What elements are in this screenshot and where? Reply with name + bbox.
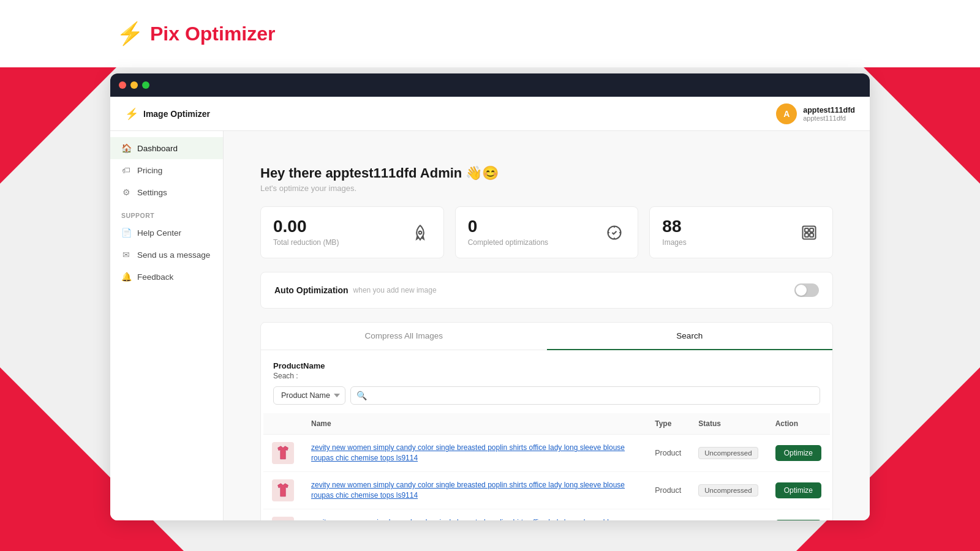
search-row: Product Name 🔍 xyxy=(273,386,820,405)
user-name-block: apptest111dfd apptest111dfd xyxy=(803,106,855,122)
auto-optimization-card: Auto Optimization when you add new image xyxy=(260,272,833,309)
stats-row: 0.00 Total reduction (MB) xyxy=(260,206,833,258)
sidebar: 🏠 Dashboard 🏷 Pricing ⚙ Settings SUPPORT… xyxy=(110,131,224,520)
search-sublabel: Seach : xyxy=(273,372,820,380)
table-body: zevity new women simply candy color sing… xyxy=(263,435,830,521)
stat-card-images: 88 Images xyxy=(649,206,833,258)
product-image-2 xyxy=(272,517,294,520)
tabs-header: Compress All Images Search xyxy=(261,323,832,350)
cell-image-1 xyxy=(263,472,303,509)
sidebar-item-help-label: Help Center xyxy=(137,228,181,238)
header-sidebar-logo: ⚡ Image Optimizer xyxy=(125,97,238,131)
optimize-button-1[interactable]: Optimize xyxy=(775,482,821,498)
main-content: Hey there apptest111dfd Admin 👋😊 Let's o… xyxy=(224,131,870,520)
cell-action-0: Optimize xyxy=(767,435,830,472)
optimize-button-0[interactable]: Optimize xyxy=(775,445,821,461)
content-area: Hey there apptest111dfd Admin 👋😊 Let's o… xyxy=(243,148,850,520)
cell-status-2: Uncompressed xyxy=(690,509,766,521)
sidebar-item-feedback[interactable]: 🔔 Feedback xyxy=(110,266,223,288)
sidebar-item-send-label: Send us a message xyxy=(137,250,210,260)
cell-image-0 xyxy=(263,435,303,472)
sidebar-item-settings[interactable]: ⚙ Settings xyxy=(110,181,223,203)
minimize-dot[interactable] xyxy=(130,81,138,89)
stat-label-images: Images xyxy=(662,238,686,247)
cell-action-2: Optimize xyxy=(767,509,830,521)
user-display-name: apptest111dfd xyxy=(803,106,855,114)
cell-type-1: Product xyxy=(646,472,690,509)
product-image-0 xyxy=(272,442,294,464)
sidebar-item-pricing[interactable]: 🏷 Pricing xyxy=(110,159,223,181)
auto-opt-sublabel: when you add new image xyxy=(353,286,437,294)
search-product-name-label: ProductName xyxy=(273,361,820,370)
close-dot[interactable] xyxy=(119,81,126,89)
product-link-1[interactable]: zevity new women simply candy color sing… xyxy=(311,480,638,501)
col-status: Status xyxy=(690,413,766,435)
product-link-2[interactable]: zevity new women simply candy color sing… xyxy=(311,517,638,520)
greeting-subtitle: Let's optimize your images. xyxy=(260,184,833,193)
name-cell-2: zevity new women simply candy color sing… xyxy=(311,517,638,520)
cell-image-2 xyxy=(263,509,303,521)
tab-compress-all[interactable]: Compress All Images xyxy=(261,323,547,350)
cell-type-2: Product xyxy=(646,509,690,521)
optimize-button-2[interactable]: Optimize xyxy=(775,520,821,520)
col-name: Name xyxy=(303,413,646,435)
data-table: Name Type Status Action zevit xyxy=(263,413,830,520)
sidebar-item-dashboard[interactable]: 🏠 Dashboard xyxy=(110,137,223,159)
stat-card-reduction: 0.00 Total reduction (MB) xyxy=(260,206,444,258)
product-link-0[interactable]: zevity new women simply candy color sing… xyxy=(311,443,638,463)
type-text-1: Product xyxy=(655,486,681,495)
status-badge-0: Uncompressed xyxy=(698,447,758,459)
maximize-dot[interactable] xyxy=(142,81,149,89)
search-icon: 🔍 xyxy=(356,391,367,400)
auto-opt-label: Auto Optimization xyxy=(274,285,349,295)
stat-info-images: 88 Images xyxy=(662,218,686,247)
sidebar-item-send-message[interactable]: ✉ Send us a message xyxy=(110,244,223,266)
type-text-0: Product xyxy=(655,449,681,457)
sidebar-item-help-center[interactable]: 📄 Help Center xyxy=(110,222,223,244)
svg-rect-6 xyxy=(810,233,813,237)
sidebar-item-dashboard-label: Dashboard xyxy=(137,144,178,153)
stat-value-completed: 0 xyxy=(468,218,548,235)
search-input[interactable] xyxy=(350,386,820,405)
help-center-icon: 📄 xyxy=(121,228,131,238)
sidebar-item-settings-label: Settings xyxy=(137,188,167,197)
brand-lightning-icon: ⚡ xyxy=(116,21,144,47)
app-window: ⚡ Image Optimizer A apptest111dfd apptes… xyxy=(110,73,870,520)
col-image xyxy=(263,413,303,435)
brand-name: Pix Optimizer xyxy=(150,23,276,45)
optimize-check-icon xyxy=(603,222,625,244)
sidebar-item-feedback-label: Feedback xyxy=(137,272,173,282)
auto-opt-toggle[interactable] xyxy=(794,283,819,297)
col-action: Action xyxy=(767,413,830,435)
support-section-label: SUPPORT xyxy=(110,203,223,222)
table-row: zevity new women simply candy color sing… xyxy=(263,435,830,472)
table-row: zevity new women simply candy color sing… xyxy=(263,472,830,509)
images-icon xyxy=(798,222,820,244)
svg-rect-4 xyxy=(810,228,813,232)
name-cell-1: zevity new women simply candy color sing… xyxy=(311,480,638,501)
greeting-title: Hey there apptest111dfd Admin 👋😊 xyxy=(260,165,833,181)
header-logo-icon: ⚡ xyxy=(125,107,138,121)
cell-status-1: Uncompressed xyxy=(690,472,766,509)
pricing-icon: 🏷 xyxy=(121,165,131,175)
title-bar xyxy=(110,73,870,97)
avatar: A xyxy=(776,103,797,124)
table-header-row: Name Type Status Action xyxy=(263,413,830,435)
user-info: A apptest111dfd apptest111dfd xyxy=(776,103,855,124)
cell-action-1: Optimize xyxy=(767,472,830,509)
app-body: 🏠 Dashboard 🏷 Pricing ⚙ Settings SUPPORT… xyxy=(110,131,870,520)
stat-label-completed: Completed optimizations xyxy=(468,238,548,247)
top-brand-bar: ⚡ Pix Optimizer xyxy=(0,0,980,67)
stat-label-reduction: Total reduction (MB) xyxy=(273,238,339,247)
feedback-icon: 🔔 xyxy=(121,272,131,282)
dashboard-icon: 🏠 xyxy=(121,143,131,153)
search-select[interactable]: Product Name xyxy=(273,386,345,405)
sidebar-nav: 🏠 Dashboard 🏷 Pricing ⚙ Settings SUPPORT… xyxy=(110,131,223,520)
cell-name-2: zevity new women simply candy color sing… xyxy=(303,509,646,521)
send-message-icon: ✉ xyxy=(121,250,131,260)
brand-logo: ⚡ Pix Optimizer xyxy=(116,21,276,47)
svg-point-0 xyxy=(418,231,421,234)
cell-name-1: zevity new women simply candy color sing… xyxy=(303,472,646,509)
tab-search[interactable]: Search xyxy=(547,323,833,350)
search-section: ProductName Seach : Product Name 🔍 xyxy=(261,350,832,413)
